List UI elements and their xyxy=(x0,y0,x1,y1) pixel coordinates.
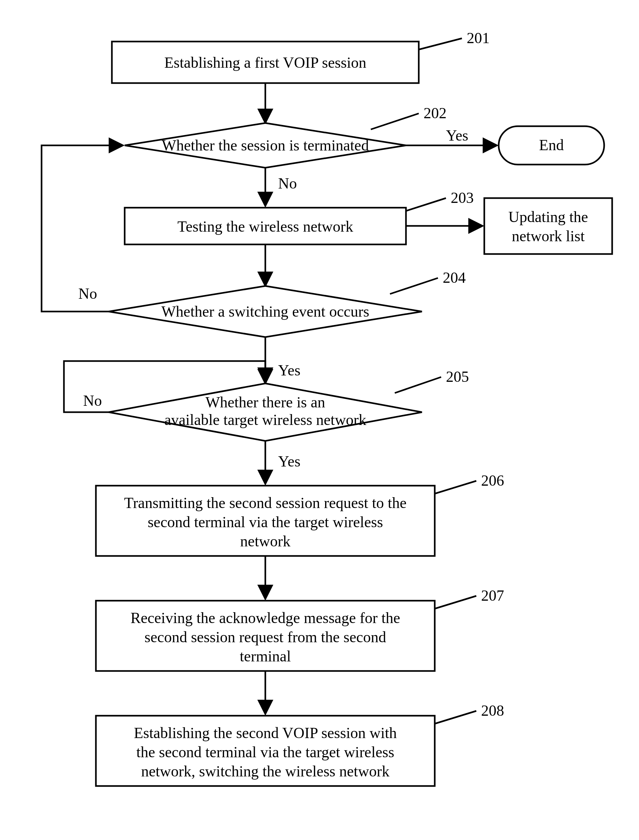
ref-201: 201 xyxy=(467,29,490,46)
node-201: Establishing a first VOIP session 201 xyxy=(112,29,490,83)
node-204: Whether a switching event occurs 204 xyxy=(109,269,466,337)
flowchart-diagram: Establishing a first VOIP session 201 Wh… xyxy=(0,0,639,840)
ref-206: 206 xyxy=(481,472,504,489)
node-206-line3: network xyxy=(240,533,290,550)
node-207-line2: second session request from the second xyxy=(145,629,386,645)
svg-line-17 xyxy=(435,711,476,724)
node-update: Updating the network list xyxy=(484,198,612,254)
node-207: Receiving the acknowledge message for th… xyxy=(96,587,504,671)
node-204-text: Whether a switching event occurs xyxy=(161,303,369,320)
svg-line-13 xyxy=(435,481,476,494)
edge-204-202-loop: No xyxy=(41,145,121,312)
node-202-text: Whether the session is terminated xyxy=(162,137,369,154)
node-206-line1: Transmitting the second session request … xyxy=(124,494,406,511)
node-203: Testing the wireless network 203 xyxy=(125,189,474,244)
svg-rect-7 xyxy=(484,198,612,254)
node-201-text: Establishing a first VOIP session xyxy=(164,54,366,71)
node-208-line2: the second terminal via the target wirel… xyxy=(137,743,394,761)
node-update-line1: Updating the xyxy=(508,208,588,225)
label-205-yes: Yes xyxy=(278,453,300,470)
node-end-text: End xyxy=(539,136,564,153)
node-205-line2: available target wireless network xyxy=(164,411,366,428)
node-206-line2: second terminal via the target wireless xyxy=(148,514,383,530)
node-208: Establishing the second VOIP session wit… xyxy=(96,702,504,786)
node-207-line1: Receiving the acknowledge message for th… xyxy=(130,609,400,626)
ref-204: 204 xyxy=(443,269,466,286)
label-204-no: No xyxy=(78,285,97,302)
node-205-line1: Whether there is an xyxy=(205,394,325,410)
svg-line-15 xyxy=(435,596,476,609)
node-end: End xyxy=(499,126,604,165)
svg-line-1 xyxy=(419,38,462,49)
svg-line-9 xyxy=(390,278,438,294)
ref-205: 205 xyxy=(446,368,469,385)
node-202: Whether the session is terminated 202 xyxy=(125,105,447,168)
ref-208: 208 xyxy=(481,702,504,719)
node-update-line2: network list xyxy=(512,228,585,244)
label-204-yes: Yes xyxy=(278,362,300,379)
ref-207: 207 xyxy=(481,587,504,604)
node-203-text: Testing the wireless network xyxy=(177,218,353,235)
svg-line-11 xyxy=(395,377,441,393)
node-206: Transmitting the second session request … xyxy=(96,472,504,556)
ref-202: 202 xyxy=(424,105,447,121)
ref-203: 203 xyxy=(451,189,474,206)
label-205-no: No xyxy=(83,392,102,409)
node-205: Whether there is an available target wir… xyxy=(109,368,469,441)
svg-line-6 xyxy=(406,198,446,211)
node-208-line3: network, switching the wireless network xyxy=(141,763,389,780)
label-202-no: No xyxy=(278,175,297,192)
node-207-line3: terminal xyxy=(240,648,291,664)
label-202-yes: Yes xyxy=(446,127,468,144)
svg-line-3 xyxy=(371,113,419,129)
node-208-line1: Establishing the second VOIP session wit… xyxy=(134,724,397,741)
